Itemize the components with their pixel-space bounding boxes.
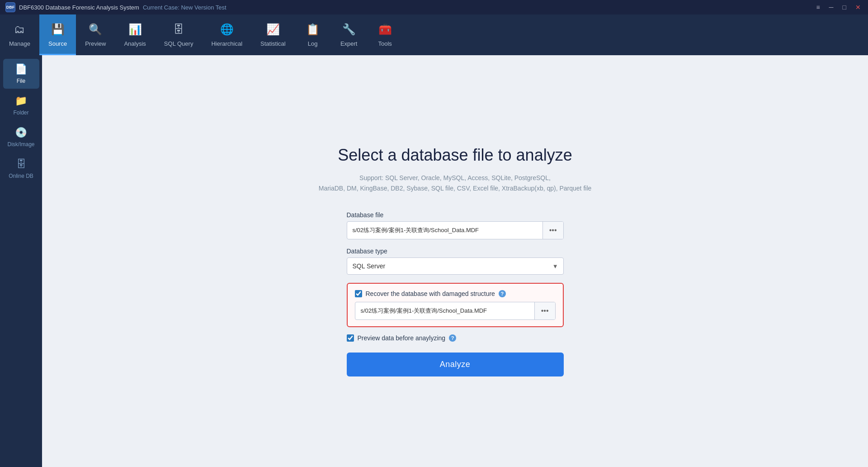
restore-button[interactable]: □ <box>841 4 848 11</box>
recover-damaged-box: Recover the database with damaged struct… <box>347 283 564 327</box>
expert-label: Expert <box>340 40 358 47</box>
file-label: File <box>17 78 25 84</box>
disk-image-label: Disk/Image <box>7 141 34 148</box>
hierarchical-icon: 🌐 <box>219 21 235 38</box>
recover-checkbox-label: Recover the database with damaged struct… <box>366 290 495 297</box>
database-type-label: Database type <box>347 248 564 255</box>
preview-checkbox-label: Preview data before anaylyzing <box>358 334 446 342</box>
recover-checkbox[interactable] <box>355 290 362 297</box>
online-db-label: Online DB <box>9 173 33 179</box>
database-file-group: Database file ••• <box>347 211 564 239</box>
manage-icon: 🗂 <box>11 21 28 38</box>
tools-icon: 🧰 <box>377 21 393 38</box>
toolbar-item-manage[interactable]: 🗂 Manage <box>0 14 39 55</box>
database-type-group: Database type SQL ServerOracleMySQLAcces… <box>347 248 564 275</box>
sql-query-icon: 🗄 <box>170 21 187 38</box>
page-title: Select a database file to analyze <box>338 146 572 165</box>
database-file-label: Database file <box>347 211 564 219</box>
file-icon: 📄 <box>15 63 27 75</box>
toolbar-item-log[interactable]: 📋 Log <box>295 14 331 55</box>
log-icon: 📋 <box>305 21 321 38</box>
toolbar-item-statistical[interactable]: 📈 Statistical <box>251 14 295 55</box>
minimize-button[interactable]: ─ <box>827 4 835 11</box>
sidebar-item-disk-image[interactable]: 💿 Disk/Image <box>3 122 39 152</box>
tools-label: Tools <box>378 40 392 47</box>
toolbar-item-sql-query[interactable]: 🗄 SQL Query <box>155 14 203 55</box>
sidebar: 📄 File 📁 Folder 💿 Disk/Image 🗄 Online DB <box>0 55 42 467</box>
toolbar-item-source[interactable]: 💾 Source <box>39 14 76 55</box>
toolbar-item-tools[interactable]: 🧰 Tools <box>367 14 403 55</box>
close-button[interactable]: ✕ <box>854 4 863 11</box>
database-type-select[interactable]: SQL ServerOracleMySQLAccessSQLitePostgre… <box>347 257 564 275</box>
analysis-icon: 📊 <box>127 21 143 38</box>
toolbar-item-hierarchical[interactable]: 🌐 Hierarchical <box>202 14 251 55</box>
statistical-label: Statistical <box>260 40 286 47</box>
sidebar-item-file[interactable]: 📄 File <box>3 59 39 89</box>
folder-label: Folder <box>13 110 28 116</box>
analysis-label: Analysis <box>124 40 146 47</box>
preview-icon: 🔍 <box>87 21 104 38</box>
source-icon: 💾 <box>50 21 66 38</box>
recover-checkbox-row: Recover the database with damaged struct… <box>355 290 556 297</box>
main-layout: 📄 File 📁 Folder 💿 Disk/Image 🗄 Online DB… <box>0 55 868 467</box>
hierarchical-label: Hierarchical <box>211 40 242 47</box>
analyze-button[interactable]: Analyze <box>347 353 564 376</box>
sql-query-label: SQL Query <box>164 40 193 47</box>
recover-file-browse-button[interactable]: ••• <box>534 302 555 319</box>
toolbar-item-analysis[interactable]: 📊 Analysis <box>115 14 155 55</box>
preview-row: Preview data before anaylyzing ? <box>347 334 564 342</box>
sidebar-item-online-db[interactable]: 🗄 Online DB <box>3 154 39 184</box>
app-title: DBF6300 Database Forensic Analysis Syste… <box>19 4 139 11</box>
preview-help-icon[interactable]: ? <box>449 334 456 342</box>
page-subtitle: Support: SQL Server, Oracle, MySQL, Acce… <box>319 173 592 193</box>
title-bar-left: DBF DBF6300 Database Forensic Analysis S… <box>5 2 226 12</box>
database-type-wrapper: SQL ServerOracleMySQLAccessSQLitePostgre… <box>347 257 564 275</box>
preview-checkbox[interactable] <box>347 334 354 342</box>
statistical-icon: 📈 <box>265 21 281 38</box>
recover-help-icon[interactable]: ? <box>499 290 506 297</box>
form-container: Database file ••• Database type SQL Serv… <box>347 211 564 376</box>
manage-label: Manage <box>9 40 30 47</box>
recover-file-input[interactable] <box>355 303 534 319</box>
preview-label: Preview <box>85 40 106 47</box>
menu-button[interactable]: ≡ <box>814 4 821 11</box>
database-file-browse-button[interactable]: ••• <box>542 222 563 239</box>
toolbar-item-preview[interactable]: 🔍 Preview <box>76 14 115 55</box>
source-label: Source <box>48 40 67 47</box>
title-bar-controls: ≡ ─ □ ✕ <box>814 4 863 11</box>
log-label: Log <box>308 40 318 47</box>
recover-file-input-row: ••• <box>355 302 556 320</box>
toolbar: 🗂 Manage 💾 Source 🔍 Preview 📊 Analysis 🗄… <box>0 14 868 55</box>
app-logo: DBF <box>5 2 15 12</box>
online-db-icon: 🗄 <box>16 158 26 170</box>
disk-image-icon: 💿 <box>15 127 27 138</box>
content-area: Select a database file to analyze Suppor… <box>42 55 868 467</box>
sidebar-item-folder[interactable]: 📁 Folder <box>3 91 39 120</box>
title-bar: DBF DBF6300 Database Forensic Analysis S… <box>0 0 868 14</box>
folder-icon: 📁 <box>15 95 27 107</box>
database-file-input[interactable] <box>347 222 542 238</box>
database-file-input-row: ••• <box>347 221 564 239</box>
expert-icon: 🔧 <box>341 21 357 38</box>
current-case: Current Case: New Version Test <box>143 4 226 11</box>
toolbar-item-expert[interactable]: 🔧 Expert <box>331 14 367 55</box>
